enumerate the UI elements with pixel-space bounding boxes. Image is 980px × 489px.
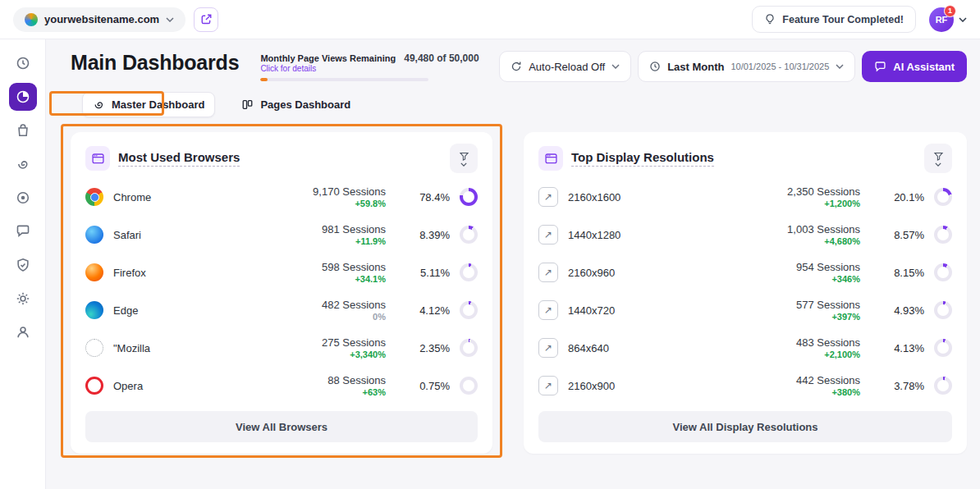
auto-reload-label: Auto-Reload Off <box>529 61 605 73</box>
resolution-row: 2160x960 954 Sessions+346% 8.15% <box>538 254 952 291</box>
resolution-name: 1440x1280 <box>568 229 621 241</box>
donut-chart <box>460 263 478 281</box>
filter-funnel-icon <box>459 151 469 162</box>
header-controls: Auto-Reload Off Last Month 10/01/2025 - … <box>499 51 967 82</box>
chevron-down-icon <box>959 17 967 22</box>
topbar-right: Feature Tour Completed! RF 1 <box>752 6 967 33</box>
security-icon <box>16 258 30 272</box>
donut-chart <box>460 301 478 319</box>
page-title: Main Dashboards <box>71 51 239 75</box>
open-site-button[interactable] <box>194 7 218 32</box>
sessions-icon <box>16 157 30 171</box>
orders-icon <box>16 123 30 138</box>
share-percent: 2.35% <box>404 342 450 354</box>
share-percent: 3.78% <box>878 380 924 392</box>
sidebar-item-settings[interactable] <box>9 285 37 313</box>
browser-row: Edge 482 Sessions0% 4.12% <box>85 291 478 329</box>
quota-details-link[interactable]: Click for details <box>260 64 479 73</box>
sidebar-item-history[interactable] <box>9 49 37 77</box>
sidebar-item-security[interactable] <box>9 251 37 279</box>
view-all-browsers-button[interactable]: View All Browsers <box>85 411 478 442</box>
donut-chart <box>934 263 952 281</box>
sessions-value: 2,350 Sessions <box>737 185 860 198</box>
sessions-change: +63% <box>263 387 386 397</box>
ai-assistant-button[interactable]: AI Assistant <box>862 51 967 82</box>
browser-name: Chrome <box>113 191 151 203</box>
resize-icon <box>538 225 558 244</box>
resize-icon <box>538 187 558 207</box>
sessions-change: +34.1% <box>263 274 386 284</box>
resize-icon <box>538 338 558 358</box>
tab-label: Master Dashboard <box>112 98 204 111</box>
resize-icon <box>538 300 558 320</box>
feature-tour-badge[interactable]: Feature Tour Completed! <box>752 6 916 33</box>
sessions-change: +3,340% <box>263 350 386 359</box>
resolution-row: 2160x1600 2,350 Sessions+1,200% 20.1% <box>538 178 952 216</box>
sidebar-item-sessions[interactable] <box>9 150 37 178</box>
donut-chart <box>934 377 952 395</box>
auto-reload-dropdown[interactable]: Auto-Reload Off <box>499 51 631 82</box>
share-percent: 8.57% <box>878 229 924 241</box>
sidebar-item-goals[interactable] <box>9 184 37 212</box>
page-views-quota: Monthly Page Views Remaining 49,480 of 5… <box>260 53 479 81</box>
sessions-value: 577 Sessions <box>737 299 860 311</box>
donut-chart <box>460 377 478 395</box>
card-title: Top Display Resolutions <box>571 150 714 167</box>
opera-icon <box>85 377 103 395</box>
browser-row: Chrome 9,170 Sessions+59.8% 78.4% <box>85 178 478 216</box>
tab-master-dashboard[interactable]: Master Dashboard <box>82 92 215 117</box>
date-range-label: Last Month <box>667 61 724 73</box>
topbar: yourwebsitename.com Feature Tour Complet… <box>0 0 980 39</box>
share-percent: 20.1% <box>878 191 924 203</box>
sessions-value: 954 Sessions <box>737 261 860 273</box>
filter-button[interactable] <box>924 144 952 173</box>
external-link-icon <box>200 13 213 25</box>
sessions-change: +11.9% <box>263 236 386 246</box>
refresh-icon <box>511 61 522 72</box>
sessions-value: 88 Sessions <box>263 374 386 386</box>
sidebar-item-users[interactable] <box>9 318 37 346</box>
tab-pages-dashboard[interactable]: Pages Dashboard <box>231 93 360 117</box>
clock-icon <box>649 61 661 72</box>
top-display-resolutions-card: Top Display Resolutions 2160x1600 2,350 … <box>524 132 967 454</box>
chevron-down-icon <box>836 64 844 69</box>
browser-row: Opera 88 Sessions+63% 0.75% <box>85 367 478 404</box>
sessions-change: 0% <box>263 312 386 322</box>
sessions-change: +59.8% <box>263 199 386 208</box>
sessions-value: 1,003 Sessions <box>737 223 860 235</box>
browser-name: Opera <box>113 380 143 392</box>
browsers-card-icon <box>85 146 110 171</box>
goals-icon <box>16 190 30 205</box>
users-icon <box>16 325 30 340</box>
browser-row: Safari 981 Sessions+11.9% 8.39% <box>85 216 478 254</box>
resolution-name: 2160x900 <box>568 380 615 392</box>
sessions-value: 9,170 Sessions <box>263 185 386 198</box>
donut-chart <box>460 339 478 357</box>
tab-label: Pages Dashboard <box>260 98 350 111</box>
date-range-picker[interactable]: Last Month 10/01/2025 - 10/31/2025 <box>638 51 855 82</box>
sessions-change: +4,680% <box>737 236 860 246</box>
share-percent: 4.12% <box>404 304 450 317</box>
lightbulb-icon <box>764 13 776 25</box>
sidebar-item-feedback[interactable] <box>9 217 37 245</box>
sidebar-item-dashboards[interactable] <box>9 83 37 111</box>
main-content: Main Dashboards Monthly Page Views Remai… <box>46 39 980 454</box>
ai-assistant-label: AI Assistant <box>893 61 955 73</box>
browser-name: Edge <box>113 304 138 317</box>
resize-icon <box>538 263 558 282</box>
sidebar <box>0 39 46 489</box>
view-all-resolutions-button[interactable]: View All Display Resolutions <box>538 411 952 442</box>
user-menu[interactable]: RF 1 <box>929 7 967 32</box>
sidebar-item-orders[interactable] <box>9 117 37 144</box>
browser-name: Safari <box>113 229 141 241</box>
site-selector[interactable]: yourwebsitename.com <box>13 7 185 32</box>
share-percent: 5.11% <box>404 267 450 279</box>
sessions-value: 598 Sessions <box>263 261 386 273</box>
filter-button[interactable] <box>450 144 478 173</box>
history-icon <box>16 56 30 71</box>
sessions-value: 483 Sessions <box>737 336 860 349</box>
donut-chart <box>460 188 478 206</box>
page-header: Main Dashboards Monthly Page Views Remai… <box>71 51 967 82</box>
quota-usage: 49,480 of 50,000 <box>404 53 479 64</box>
chrome-icon <box>85 188 103 206</box>
